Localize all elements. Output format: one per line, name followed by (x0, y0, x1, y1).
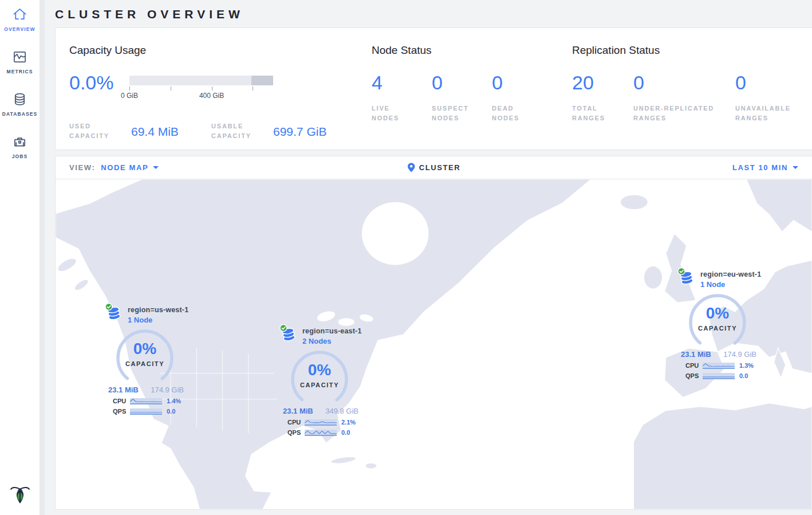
view-mode-dropdown[interactable]: NODE MAP (101, 163, 159, 172)
capacity-ring: 0% CAPACITY (285, 351, 354, 400)
databases-icon (12, 92, 27, 107)
node-capacity-label: CAPACITY (683, 325, 752, 332)
page-title: CLUSTER OVERVIEW (55, 0, 812, 27)
node-qps-value: 0.0 (739, 372, 748, 379)
node-status-section: Node Status 4 LIVE NODES 0 SUSPECT NODES… (372, 44, 572, 150)
node-locality-header[interactable]: region=eu-west-1 1 Node (677, 268, 763, 289)
healthy-check-icon (105, 304, 112, 310)
node-region-label: region=eu-west-1 (700, 270, 761, 278)
node-cpu-value: 1.4% (167, 398, 181, 404)
map-toolbar: VIEW: NODE MAP CLUSTER LAST 10 MIN (56, 156, 812, 179)
sidebar-item-metrics[interactable]: METRICS (7, 49, 33, 74)
database-stack-icon (279, 324, 298, 343)
used-capacity-label: USED CAPACITY (69, 121, 131, 141)
sidebar-item-label: JOBS (12, 154, 28, 159)
capacity-usage-heading: Capacity Usage (69, 44, 372, 57)
unavailable-ranges-stat: 0 UNAVAILABLE RANGES (735, 74, 798, 123)
metrics-icon (12, 49, 27, 65)
cpu-sparkline-icon (305, 419, 337, 426)
node-count-label: 1 Node (128, 316, 152, 324)
node-count-label: 1 Node (700, 280, 725, 289)
capacity-ring: 0% CAPACITY (111, 329, 179, 379)
usable-capacity-label: USABLE CAPACITY (211, 121, 273, 141)
capacity-tick-0: 0 GiB (121, 92, 138, 100)
node-capacity-percent: 0% (683, 294, 752, 323)
qps-sparkline-icon (130, 408, 162, 415)
cockroachdb-logo (10, 484, 30, 509)
node-capacity-percent: 0% (285, 351, 354, 379)
dead-nodes-stat: 0 DEAD NODES (492, 74, 552, 123)
qps-sparkline-icon (305, 430, 337, 436)
node-status-heading: Node Status (372, 44, 572, 57)
database-stack-icon (105, 303, 123, 321)
node-cpu-row: CPU 2.1% (287, 419, 365, 426)
under-replicated-ranges-stat: 0 UNDER-REPLICATED RANGES (633, 74, 735, 123)
node-cpu-row: CPU 1.4% (113, 398, 191, 404)
view-label: VIEW: (69, 163, 95, 172)
node-qps-value: 0.0 (341, 429, 350, 436)
map-node-us-east-1[interactable]: region=us-east-1 2 Nodes 0% CAPACITY 23.… (279, 324, 365, 436)
main-content: CLUSTER OVERVIEW Capacity Usage 0.0% 0 G… (45, 0, 812, 515)
sidebar-item-jobs[interactable]: JOBS (12, 134, 28, 159)
usable-capacity-value: 699.7 GiB (273, 125, 353, 139)
node-qps-row: QPS 0.0 (287, 429, 365, 436)
used-capacity-value: 69.4 MiB (131, 125, 211, 139)
chevron-down-icon (793, 166, 798, 169)
capacity-ring: 0% CAPACITY (683, 294, 752, 343)
node-region-label: region=us-west-1 (128, 306, 188, 314)
replication-status-heading: Replication Status (572, 44, 798, 57)
replication-status-section: Replication Status 20 TOTAL RANGES 0 UND… (572, 44, 798, 150)
cpu-sparkline-icon (130, 398, 162, 404)
node-cpu-value: 2.1% (341, 419, 356, 426)
scrollbar-track[interactable] (40, 0, 45, 515)
capacity-tick-400: 400 GiB (199, 92, 224, 100)
node-locality-header[interactable]: region=us-east-1 2 Nodes (279, 324, 365, 346)
cpu-sparkline-icon (703, 363, 735, 369)
node-map-panel: VIEW: NODE MAP CLUSTER LAST 10 MIN (55, 156, 812, 510)
sidebar-item-label: DATABASES (2, 111, 38, 117)
node-cpu-row: CPU 1.3% (685, 362, 763, 369)
time-range-dropdown[interactable]: LAST 10 MIN (732, 163, 798, 172)
cluster-summary-panel: Capacity Usage 0.0% 0 GiB 400 GiB USED C… (55, 27, 812, 150)
map-node-eu-west-1[interactable]: region=eu-west-1 1 Node 0% CAPACITY 23.1… (677, 268, 763, 379)
sidebar-item-overview[interactable]: OVERVIEW (4, 7, 35, 32)
total-ranges-stat: 20 TOTAL RANGES (572, 74, 633, 123)
healthy-check-icon (280, 325, 287, 332)
node-capacity-label: CAPACITY (111, 360, 179, 367)
chevron-down-icon (153, 166, 159, 169)
node-locality-header[interactable]: region=us-west-1 1 Node (105, 303, 191, 325)
capacity-bar: 0 GiB 400 GiB (129, 76, 273, 85)
node-capacity-label: CAPACITY (285, 382, 354, 388)
database-stack-icon (677, 268, 696, 286)
node-cpu-value: 1.3% (739, 362, 754, 369)
map-node-us-west-1[interactable]: region=us-west-1 1 Node 0% CAPACITY 23.1… (105, 303, 191, 415)
suspect-nodes-stat: 0 SUSPECT NODES (432, 74, 492, 123)
sidebar: OVERVIEW METRICS DATABASES JOBS (0, 0, 40, 515)
node-map[interactable]: region=us-west-1 1 Node 0% CAPACITY 23.1… (56, 179, 812, 509)
node-qps-row: QPS 0.0 (685, 372, 763, 379)
qps-sparkline-icon (703, 373, 735, 379)
healthy-check-icon (678, 268, 685, 275)
sidebar-item-label: METRICS (7, 69, 33, 74)
capacity-used-percent: 0.0% (69, 74, 129, 91)
node-capacity-percent: 0% (111, 329, 179, 358)
node-count-label: 2 Nodes (302, 337, 332, 345)
capacity-bar-reserved-segment (251, 76, 273, 85)
live-nodes-stat: 4 LIVE NODES (372, 74, 432, 123)
jobs-icon (12, 134, 27, 150)
sidebar-item-databases[interactable]: DATABASES (2, 92, 38, 117)
node-region-label: region=us-east-1 (302, 327, 362, 335)
breadcrumb-cluster[interactable]: CLUSTER (407, 163, 461, 172)
capacity-usage-section: Capacity Usage 0.0% 0 GiB 400 GiB USED C… (69, 44, 372, 150)
map-pin-icon (407, 163, 415, 172)
sidebar-item-label: OVERVIEW (4, 26, 35, 32)
node-qps-row: QPS 0.0 (113, 408, 191, 415)
home-icon (12, 7, 27, 22)
node-qps-value: 0.0 (167, 408, 175, 415)
